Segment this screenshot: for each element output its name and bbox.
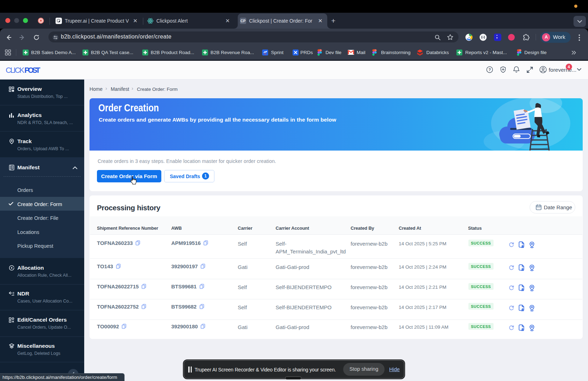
svg-text:POST: POST (24, 66, 40, 75)
svg-text:CLICK: CLICK (6, 66, 25, 75)
svg-text:Order Creation: Order Creation (98, 102, 159, 113)
svg-text:?: ? (489, 68, 491, 72)
